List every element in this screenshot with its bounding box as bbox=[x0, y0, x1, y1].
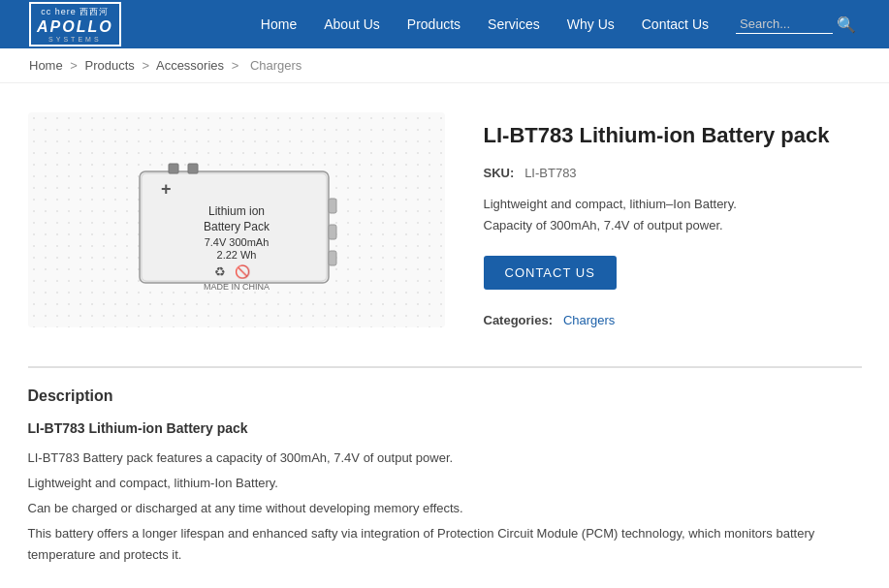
desc-line-1: Lightweight and compact, lithium–Ion Bat… bbox=[484, 194, 862, 215]
desc-text-2: Lightweight and compact, lithium-Ion Bat… bbox=[28, 473, 862, 494]
sku-value: LI-BT783 bbox=[524, 166, 576, 180]
sku-label: SKU: bbox=[484, 166, 515, 180]
breadcrumb-products[interactable]: Products bbox=[85, 58, 135, 73]
categories-label: Categories: bbox=[484, 313, 554, 327]
breadcrumb-sep-3: > bbox=[232, 58, 239, 73]
desc-product-name: LI-BT783 Lithium-ion Battery pack bbox=[28, 420, 862, 436]
product-desc: Lightweight and compact, lithium–Ion Bat… bbox=[484, 194, 862, 236]
product-categories: Categories: Chargers bbox=[484, 313, 862, 327]
main-content: + Lithium ion Battery Pack 7.4V 300mAh 2… bbox=[9, 83, 881, 588]
logo-sub: SYSTEMS bbox=[48, 36, 101, 43]
svg-rect-5 bbox=[329, 225, 336, 239]
breadcrumb: Home > Products > Accessories > Chargers bbox=[0, 48, 889, 83]
logo-box: cc here 西西河 APOLLO SYSTEMS bbox=[29, 2, 121, 46]
svg-rect-3 bbox=[188, 164, 198, 173]
nav-links: Home About Us Products Services Why Us C… bbox=[261, 16, 709, 32]
navbar: cc here 西西河 APOLLO SYSTEMS Home About Us… bbox=[0, 0, 889, 48]
desc-text-1: LI-BT783 Battery pack features a capacit… bbox=[28, 448, 862, 469]
breadcrumb-home[interactable]: Home bbox=[29, 58, 63, 73]
svg-rect-2 bbox=[169, 164, 178, 173]
svg-text:+: + bbox=[161, 179, 172, 199]
breadcrumb-accessories[interactable]: Accessories bbox=[156, 58, 224, 73]
product-sku: SKU: LI-BT783 bbox=[484, 166, 862, 180]
desc-specs: Chemistry: Lithium-ion Capacity (Wh): 30… bbox=[28, 583, 862, 588]
logo-main: APOLLO bbox=[37, 18, 113, 36]
nav-item-home[interactable]: Home bbox=[261, 16, 297, 32]
nav-item-contact[interactable]: Contact Us bbox=[642, 16, 709, 32]
svg-text:MADE IN CHINA: MADE IN CHINA bbox=[203, 282, 269, 292]
spec-chemistry: Chemistry: Lithium-ion bbox=[28, 583, 862, 588]
svg-text:Lithium ion: Lithium ion bbox=[207, 204, 264, 218]
nav-item-services[interactable]: Services bbox=[488, 16, 540, 32]
description-section: Description LI-BT783 Lithium-ion Battery… bbox=[28, 366, 862, 588]
desc-text-4: This battery offers a longer lifespan an… bbox=[28, 523, 862, 566]
breadcrumb-current: Chargers bbox=[250, 58, 302, 73]
svg-text:2.22 Wh: 2.22 Wh bbox=[216, 249, 256, 261]
product-title: LI-BT783 Lithium-ion Battery pack bbox=[484, 122, 862, 150]
breadcrumb-sep-2: > bbox=[142, 58, 149, 73]
product-info: LI-BT783 Lithium-ion Battery pack SKU: L… bbox=[484, 112, 862, 327]
svg-rect-6 bbox=[329, 251, 336, 265]
logo: cc here 西西河 APOLLO SYSTEMS bbox=[29, 2, 125, 46]
category-chargers-link[interactable]: Chargers bbox=[563, 313, 615, 327]
breadcrumb-sep-1: > bbox=[70, 58, 78, 73]
logo-cc: cc here 西西河 bbox=[41, 6, 109, 18]
nav-item-about[interactable]: About Us bbox=[324, 16, 380, 32]
product-image: + Lithium ion Battery Pack 7.4V 300mAh 2… bbox=[130, 142, 343, 297]
svg-text:Battery Pack: Battery Pack bbox=[203, 220, 270, 233]
svg-rect-4 bbox=[329, 199, 336, 213]
nav-item-products[interactable]: Products bbox=[407, 16, 460, 32]
search-button[interactable]: 🔍 bbox=[833, 15, 860, 34]
nav-item-whyus[interactable]: Why Us bbox=[567, 16, 615, 32]
desc-text-3: Can be charged or discharged at any time… bbox=[28, 498, 862, 519]
product-section: + Lithium ion Battery Pack 7.4V 300mAh 2… bbox=[28, 112, 862, 327]
svg-text:♻: ♻ bbox=[214, 264, 226, 279]
contact-us-button[interactable]: CONTACT US bbox=[484, 256, 617, 290]
product-image-container: + Lithium ion Battery Pack 7.4V 300mAh 2… bbox=[28, 112, 445, 327]
svg-text:7.4V 300mAh: 7.4V 300mAh bbox=[204, 236, 269, 248]
svg-text:🚫: 🚫 bbox=[235, 263, 251, 280]
description-title: Description bbox=[28, 387, 862, 405]
search-bar: 🔍 bbox=[736, 15, 860, 34]
search-input[interactable] bbox=[736, 15, 833, 34]
desc-line-2: Capacity of 300mAh, 7.4V of output power… bbox=[484, 215, 862, 236]
